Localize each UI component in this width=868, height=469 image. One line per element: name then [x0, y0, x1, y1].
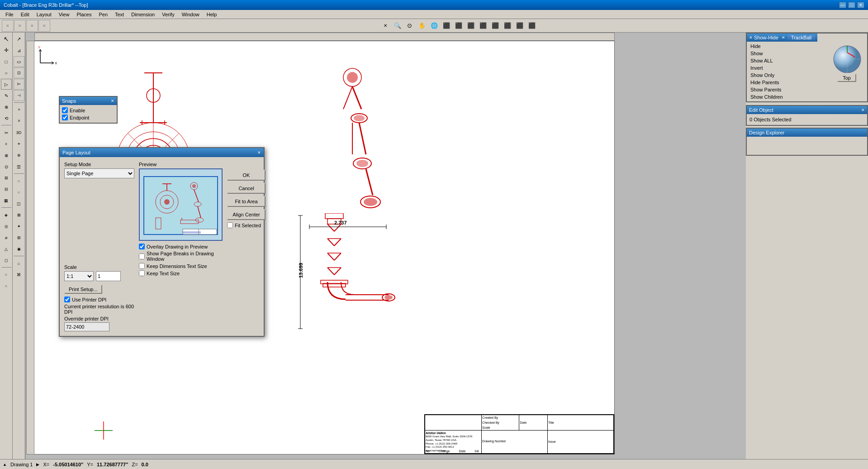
- tool-rotate[interactable]: ⟲: [1, 113, 12, 124]
- tool-box-add[interactable]: ⊞: [1, 172, 12, 183]
- minimize-button[interactable]: —: [839, 2, 846, 8]
- trackball-tab-label[interactable]: TrackBall: [787, 35, 815, 40]
- menu-dimension[interactable]: Dimension: [128, 11, 158, 18]
- snaps-close[interactable]: ✕: [111, 99, 114, 103]
- menu-view[interactable]: View: [55, 11, 73, 18]
- tool-minus[interactable]: ⊙: [1, 161, 12, 172]
- tool-trim[interactable]: ✂: [1, 127, 12, 138]
- menu-verify[interactable]: Verify: [158, 11, 178, 18]
- tool-close3[interactable]: ✕: [1, 281, 12, 292]
- tool2-arrow[interactable]: ↗: [14, 34, 24, 44]
- show-hide-show-parents[interactable]: Show Parents: [747, 86, 826, 93]
- show-hide-hide[interactable]: Hide: [747, 43, 826, 50]
- tool2-d[interactable]: ⊛: [14, 150, 24, 161]
- menu-places[interactable]: Places: [73, 11, 95, 18]
- tool-rect[interactable]: □: [1, 56, 12, 67]
- tool-arc[interactable]: ▷: [1, 79, 12, 90]
- tb-close-x2[interactable]: ✕: [14, 20, 26, 32]
- tool2-a[interactable]: ᴬ: [14, 105, 24, 115]
- tool-close2[interactable]: ✕: [1, 269, 12, 280]
- tool-circle[interactable]: ○: [1, 67, 12, 78]
- tool2-box[interactable]: ▭: [14, 56, 24, 67]
- trackball-top-button[interactable]: Top: [837, 74, 856, 82]
- override-dpi-input[interactable]: [64, 322, 109, 331]
- keep-dim-text-checkbox[interactable]: [139, 263, 145, 269]
- menu-window[interactable]: Window: [178, 11, 203, 18]
- status-expand-icon[interactable]: ▲: [3, 462, 7, 467]
- tool-triangle[interactable]: △: [1, 244, 12, 254]
- tb-left[interactable]: ⬛: [465, 20, 477, 32]
- tb-select[interactable]: ⊙: [404, 20, 416, 32]
- tool2-extend2[interactable]: ⊣: [14, 90, 24, 101]
- tb-close-x4[interactable]: ✕: [38, 20, 50, 32]
- close-button[interactable]: ✕: [857, 2, 864, 8]
- edit-object-close[interactable]: ✕: [861, 108, 865, 112]
- page-layout-close[interactable]: ✕: [257, 150, 261, 155]
- menu-edit[interactable]: Edit: [17, 11, 33, 18]
- tb-front[interactable]: ⬛: [441, 20, 452, 32]
- snaps-endpoint-checkbox[interactable]: [62, 115, 68, 120]
- tool2-close[interactable]: ✕: [14, 176, 24, 187]
- tool2-box2[interactable]: ⊡: [14, 67, 24, 78]
- show-hide-hide-parents[interactable]: Hide Parents: [747, 79, 826, 86]
- show-hide-show-only[interactable]: Show Only: [747, 72, 826, 79]
- maximize-button[interactable]: □: [848, 2, 855, 8]
- tool-target[interactable]: ◎: [1, 221, 12, 232]
- tb-rotate-view[interactable]: 🌐: [428, 20, 440, 32]
- tool2-3d[interactable]: 3D: [14, 127, 24, 138]
- tb-iso1[interactable]: ⬛: [502, 20, 513, 32]
- overlay-drawing-checkbox[interactable]: [139, 244, 145, 249]
- tool2-i[interactable]: ⊞: [14, 232, 24, 243]
- show-hide-invert[interactable]: Invert: [747, 64, 826, 72]
- tool-box-minus[interactable]: ⊟: [1, 184, 12, 195]
- tool-cross[interactable]: ⊕: [1, 101, 12, 112]
- tb-iso3[interactable]: ⬛: [526, 20, 538, 32]
- panel-x2-icon[interactable]: ✕: [782, 35, 785, 40]
- menu-help[interactable]: Help: [203, 11, 221, 18]
- menu-pen[interactable]: Pen: [95, 11, 111, 18]
- snaps-enable-checkbox[interactable]: [62, 107, 68, 113]
- tool2-k[interactable]: ⌂: [14, 258, 24, 269]
- tool2-extend[interactable]: ⊢: [14, 79, 24, 90]
- tool2-g[interactable]: ⊠: [14, 210, 24, 220]
- show-hide-show[interactable]: Show: [747, 50, 826, 57]
- scale-input[interactable]: [96, 271, 121, 281]
- show-hide-show-children[interactable]: Show Children: [747, 93, 826, 100]
- use-printer-dpi-checkbox[interactable]: [64, 297, 70, 302]
- fit-selected-checkbox[interactable]: [227, 222, 233, 228]
- tool2-j[interactable]: ◉: [14, 244, 24, 254]
- menu-layout[interactable]: Layout: [33, 11, 55, 18]
- tb-close-x[interactable]: ✕: [2, 20, 14, 32]
- scale-select[interactable]: 1:1 1:2 2:1: [64, 271, 94, 281]
- print-setup-button[interactable]: Print Setup...: [64, 285, 102, 294]
- menu-text[interactable]: Text: [111, 11, 128, 18]
- show-hide-show-all[interactable]: Show ALL: [747, 57, 826, 64]
- tool-add[interactable]: ⊕: [1, 150, 12, 161]
- tb-zoom[interactable]: 🔍: [392, 20, 403, 32]
- menu-file[interactable]: File: [2, 11, 17, 18]
- tb-close-x3[interactable]: ✕: [26, 20, 38, 32]
- tool-square[interactable]: ◻: [1, 255, 12, 266]
- tb-back[interactable]: ⬛: [453, 20, 465, 32]
- tool2-f[interactable]: ◫: [14, 198, 24, 209]
- tool2-l[interactable]: ⌘: [14, 269, 24, 280]
- tb-right[interactable]: ⬛: [477, 20, 489, 32]
- panel-x-icon[interactable]: ✕: [749, 35, 753, 40]
- cancel-button[interactable]: Cancel: [227, 183, 266, 194]
- tool-pen[interactable]: ✎: [1, 90, 12, 101]
- tool2-c[interactable]: ⌖: [14, 139, 24, 149]
- align-center-button[interactable]: Align Center: [227, 209, 266, 220]
- tool-diameter[interactable]: ⌀: [1, 232, 12, 243]
- fit-to-area-button[interactable]: Fit to Area: [227, 196, 266, 207]
- tool-diamond[interactable]: ◈: [1, 210, 12, 220]
- tb-pan[interactable]: ✋: [416, 20, 428, 32]
- tool2-b[interactable]: ᴮ: [14, 116, 24, 127]
- tool2-arrow2[interactable]: ⊿: [14, 45, 24, 56]
- tool2-close2[interactable]: ✕: [14, 187, 24, 198]
- show-page-breaks-checkbox[interactable]: [139, 254, 145, 259]
- setup-mode-select[interactable]: Single Page Multiple Pages: [64, 168, 134, 178]
- tool-grid[interactable]: ⌗: [1, 139, 12, 149]
- tool-select[interactable]: ↖: [1, 34, 12, 44]
- ok-button[interactable]: OK: [227, 170, 266, 181]
- tool-move[interactable]: ✛: [1, 45, 12, 56]
